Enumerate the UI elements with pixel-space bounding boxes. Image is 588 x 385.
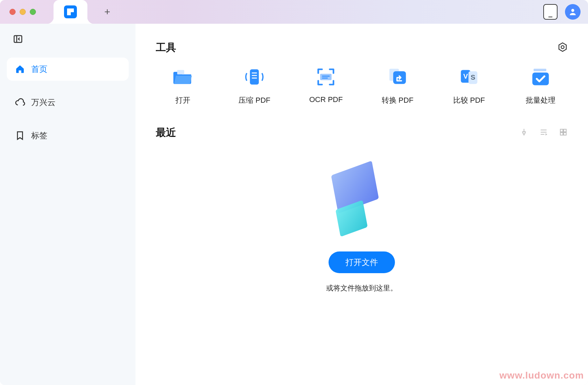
tools-section-title: 工具 xyxy=(156,41,176,55)
list-icon xyxy=(539,128,548,137)
cloud-icon xyxy=(15,97,25,107)
svg-rect-9 xyxy=(252,78,257,79)
folder-icon xyxy=(173,67,193,87)
user-avatar-button[interactable] xyxy=(565,4,581,20)
app-body: 首页 万兴云 标签 工具 xyxy=(0,24,588,385)
sidebar-item-cloud[interactable]: 万兴云 xyxy=(7,91,129,114)
grid-view-button[interactable] xyxy=(559,128,568,138)
tool-label: 转换 PDF xyxy=(382,95,414,105)
drop-hint-text: 或将文件拖放到这里。 xyxy=(326,283,397,293)
svg-rect-27 xyxy=(564,133,566,135)
list-view-button[interactable] xyxy=(539,128,548,138)
convert-icon xyxy=(387,67,408,87)
sidebar-item-label: 标签 xyxy=(31,130,47,141)
svg-text:V: V xyxy=(463,72,468,80)
compress-icon xyxy=(244,67,265,87)
svg-rect-7 xyxy=(252,73,257,74)
recent-section-title: 最近 xyxy=(156,126,176,140)
tool-convert[interactable]: 转换 PDF xyxy=(371,67,425,105)
sidebar-item-label: 首页 xyxy=(31,64,47,75)
user-icon xyxy=(568,7,577,16)
tool-batch[interactable]: 批量处理 xyxy=(513,67,568,105)
svg-rect-10 xyxy=(320,74,332,80)
tool-label: 压缩 PDF xyxy=(238,95,270,105)
tool-label: OCR PDF xyxy=(309,95,343,104)
svg-rect-11 xyxy=(322,76,330,77)
watermark-text: www.ludown.com xyxy=(500,370,584,381)
open-file-button[interactable]: 打开文件 xyxy=(329,251,395,273)
tools-settings-button[interactable] xyxy=(558,42,568,54)
pin-icon xyxy=(520,128,528,137)
ocr-icon xyxy=(316,67,336,87)
empty-illustration-icon xyxy=(335,167,389,241)
svg-rect-26 xyxy=(560,133,563,135)
gear-icon xyxy=(558,42,568,52)
empty-state: 打开文件 或将文件拖放到这里。 xyxy=(156,167,568,293)
maximize-window-button[interactable] xyxy=(30,9,36,15)
recent-view-controls xyxy=(520,128,568,138)
home-icon xyxy=(15,64,25,74)
tool-label: 比较 PDF xyxy=(453,95,485,105)
grid-icon xyxy=(559,128,568,137)
collapse-sidebar-button[interactable] xyxy=(13,34,135,45)
new-tab-button[interactable]: + xyxy=(104,7,110,17)
batch-icon xyxy=(530,67,551,87)
svg-rect-8 xyxy=(252,75,257,76)
svg-rect-25 xyxy=(564,129,566,132)
svg-marker-3 xyxy=(559,43,566,51)
sidebar-item-bookmarks[interactable]: 标签 xyxy=(7,124,129,147)
tools-row: 打开 压缩 PDF xyxy=(156,67,568,126)
pin-view-button[interactable] xyxy=(520,128,528,138)
window-controls xyxy=(9,9,36,15)
svg-point-4 xyxy=(561,45,564,48)
sidebar-item-home[interactable]: 首页 xyxy=(7,58,129,81)
app-logo-icon xyxy=(64,5,77,18)
minimize-window-button[interactable] xyxy=(20,9,26,15)
svg-rect-5 xyxy=(177,70,184,74)
sidebar-item-label: 万兴云 xyxy=(31,97,56,108)
tool-ocr[interactable]: OCR PDF xyxy=(299,67,353,105)
mobile-device-button[interactable] xyxy=(543,4,558,20)
sidebar: 首页 万兴云 标签 xyxy=(0,24,135,385)
main-content: 工具 打开 xyxy=(135,24,588,385)
tool-open[interactable]: 打开 xyxy=(156,67,210,105)
svg-rect-19 xyxy=(533,69,546,72)
svg-rect-6 xyxy=(250,69,259,85)
bookmark-icon xyxy=(15,130,25,141)
tool-compare[interactable]: V S 比较 PDF xyxy=(442,67,496,105)
svg-point-0 xyxy=(571,9,574,12)
collapse-icon xyxy=(13,34,23,44)
tool-compress[interactable]: 压缩 PDF xyxy=(227,67,281,105)
tool-label: 批量处理 xyxy=(526,95,555,105)
svg-rect-12 xyxy=(322,78,328,79)
svg-text:S: S xyxy=(470,73,475,81)
svg-rect-24 xyxy=(560,129,563,132)
tool-label: 打开 xyxy=(175,95,190,105)
titlebar: + xyxy=(0,0,588,24)
close-window-button[interactable] xyxy=(9,9,16,15)
active-tab[interactable] xyxy=(54,0,87,24)
compare-icon: V S xyxy=(459,67,479,87)
